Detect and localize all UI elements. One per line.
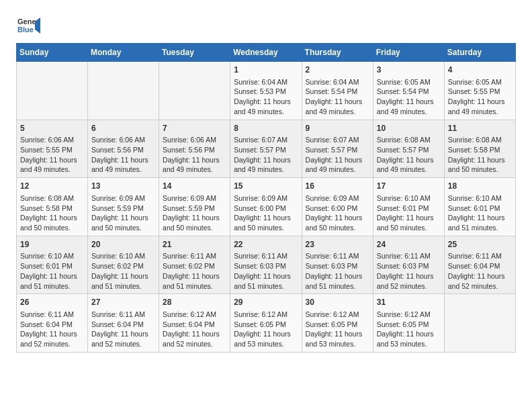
day-number: 25 bbox=[448, 239, 512, 250]
day-detail: Sunrise: 6:06 AM Sunset: 5:56 PM Dayligh… bbox=[91, 135, 155, 175]
day-detail: Sunrise: 6:12 AM Sunset: 6:05 PM Dayligh… bbox=[234, 310, 298, 349]
day-number: 31 bbox=[377, 297, 441, 308]
day-number: 5 bbox=[20, 123, 84, 134]
calendar-cell: 30Sunrise: 6:12 AM Sunset: 6:05 PM Dayli… bbox=[302, 294, 373, 353]
day-detail: Sunrise: 6:12 AM Sunset: 6:05 PM Dayligh… bbox=[377, 310, 441, 349]
day-number: 16 bbox=[306, 181, 369, 192]
day-number: 7 bbox=[163, 123, 226, 134]
day-detail: Sunrise: 6:05 AM Sunset: 5:54 PM Dayligh… bbox=[377, 77, 441, 117]
day-detail: Sunrise: 6:11 AM Sunset: 6:03 PM Dayligh… bbox=[377, 251, 441, 291]
logo: General Blue bbox=[16, 13, 40, 38]
calendar-cell bbox=[17, 62, 88, 120]
day-number: 26 bbox=[20, 297, 84, 308]
day-detail: Sunrise: 6:11 AM Sunset: 6:04 PM Dayligh… bbox=[20, 310, 84, 349]
calendar-cell: 12Sunrise: 6:08 AM Sunset: 5:58 PM Dayli… bbox=[17, 178, 88, 236]
day-detail: Sunrise: 6:11 AM Sunset: 6:04 PM Dayligh… bbox=[448, 251, 512, 291]
calendar-cell: 13Sunrise: 6:09 AM Sunset: 5:59 PM Dayli… bbox=[88, 178, 159, 236]
day-number: 17 bbox=[377, 181, 441, 192]
calendar-cell: 16Sunrise: 6:09 AM Sunset: 6:00 PM Dayli… bbox=[302, 178, 373, 236]
day-number: 22 bbox=[234, 239, 298, 250]
calendar-cell: 19Sunrise: 6:10 AM Sunset: 6:01 PM Dayli… bbox=[17, 236, 88, 294]
weekday-header-friday: Friday bbox=[373, 44, 444, 62]
day-number: 13 bbox=[91, 181, 155, 192]
calendar-cell: 2Sunrise: 6:04 AM Sunset: 5:54 PM Daylig… bbox=[302, 62, 373, 120]
calendar-cell: 6Sunrise: 6:06 AM Sunset: 5:56 PM Daylig… bbox=[88, 120, 159, 178]
page-header: General Blue bbox=[16, 13, 516, 38]
weekday-header-row: SundayMondayTuesdayWednesdayThursdayFrid… bbox=[17, 44, 516, 62]
day-number: 8 bbox=[234, 123, 298, 134]
calendar-cell: 21Sunrise: 6:11 AM Sunset: 6:02 PM Dayli… bbox=[159, 236, 230, 294]
week-row-4: 19Sunrise: 6:10 AM Sunset: 6:01 PM Dayli… bbox=[17, 236, 516, 294]
calendar-cell: 27Sunrise: 6:11 AM Sunset: 6:04 PM Dayli… bbox=[88, 294, 159, 353]
day-number: 2 bbox=[306, 64, 369, 76]
day-number: 18 bbox=[448, 181, 512, 192]
day-detail: Sunrise: 6:06 AM Sunset: 5:56 PM Dayligh… bbox=[163, 135, 226, 175]
day-number: 20 bbox=[91, 239, 155, 250]
calendar-cell: 3Sunrise: 6:05 AM Sunset: 5:54 PM Daylig… bbox=[373, 62, 444, 120]
day-detail: Sunrise: 6:09 AM Sunset: 6:00 PM Dayligh… bbox=[306, 193, 369, 233]
day-detail: Sunrise: 6:08 AM Sunset: 5:57 PM Dayligh… bbox=[377, 135, 441, 175]
day-detail: Sunrise: 6:10 AM Sunset: 6:01 PM Dayligh… bbox=[448, 193, 512, 233]
calendar-cell: 1Sunrise: 6:04 AM Sunset: 5:53 PM Daylig… bbox=[230, 62, 302, 120]
calendar-cell: 24Sunrise: 6:11 AM Sunset: 6:03 PM Dayli… bbox=[373, 236, 444, 294]
calendar-table: SundayMondayTuesdayWednesdayThursdayFrid… bbox=[16, 43, 516, 353]
weekday-header-sunday: Sunday bbox=[17, 44, 88, 62]
calendar-cell: 18Sunrise: 6:10 AM Sunset: 6:01 PM Dayli… bbox=[444, 178, 515, 236]
day-detail: Sunrise: 6:08 AM Sunset: 5:58 PM Dayligh… bbox=[20, 193, 84, 233]
weekday-header-saturday: Saturday bbox=[444, 44, 515, 62]
week-row-5: 26Sunrise: 6:11 AM Sunset: 6:04 PM Dayli… bbox=[17, 294, 516, 353]
calendar-cell: 17Sunrise: 6:10 AM Sunset: 6:01 PM Dayli… bbox=[373, 178, 444, 236]
day-detail: Sunrise: 6:05 AM Sunset: 5:55 PM Dayligh… bbox=[448, 77, 512, 117]
day-detail: Sunrise: 6:11 AM Sunset: 6:04 PM Dayligh… bbox=[91, 310, 155, 349]
calendar-cell: 22Sunrise: 6:11 AM Sunset: 6:03 PM Dayli… bbox=[230, 236, 302, 294]
calendar-cell: 25Sunrise: 6:11 AM Sunset: 6:04 PM Dayli… bbox=[444, 236, 515, 294]
day-detail: Sunrise: 6:12 AM Sunset: 6:05 PM Dayligh… bbox=[306, 310, 369, 349]
logo-icon: General Blue bbox=[16, 13, 40, 38]
calendar-cell: 28Sunrise: 6:12 AM Sunset: 6:04 PM Dayli… bbox=[159, 294, 230, 353]
weekday-header-wednesday: Wednesday bbox=[230, 44, 302, 62]
calendar-cell: 10Sunrise: 6:08 AM Sunset: 5:57 PM Dayli… bbox=[373, 120, 444, 178]
day-number: 9 bbox=[306, 123, 369, 134]
day-detail: Sunrise: 6:07 AM Sunset: 5:57 PM Dayligh… bbox=[234, 135, 298, 175]
day-number: 24 bbox=[377, 239, 441, 250]
calendar-cell: 5Sunrise: 6:06 AM Sunset: 5:55 PM Daylig… bbox=[17, 120, 88, 178]
day-number: 6 bbox=[91, 123, 155, 134]
day-detail: Sunrise: 6:10 AM Sunset: 6:01 PM Dayligh… bbox=[20, 251, 84, 291]
calendar-cell bbox=[159, 62, 230, 120]
calendar-cell: 11Sunrise: 6:08 AM Sunset: 5:58 PM Dayli… bbox=[444, 120, 515, 178]
calendar-cell: 7Sunrise: 6:06 AM Sunset: 5:56 PM Daylig… bbox=[159, 120, 230, 178]
day-detail: Sunrise: 6:10 AM Sunset: 6:02 PM Dayligh… bbox=[91, 251, 155, 291]
day-detail: Sunrise: 6:04 AM Sunset: 5:53 PM Dayligh… bbox=[234, 77, 298, 117]
day-number: 10 bbox=[377, 123, 441, 134]
calendar-cell: 23Sunrise: 6:11 AM Sunset: 6:03 PM Dayli… bbox=[302, 236, 373, 294]
calendar-cell: 4Sunrise: 6:05 AM Sunset: 5:55 PM Daylig… bbox=[444, 62, 515, 120]
svg-text:Blue: Blue bbox=[17, 26, 34, 34]
calendar-cell: 20Sunrise: 6:10 AM Sunset: 6:02 PM Dayli… bbox=[88, 236, 159, 294]
day-detail: Sunrise: 6:10 AM Sunset: 6:01 PM Dayligh… bbox=[377, 193, 441, 233]
day-number: 14 bbox=[163, 181, 226, 192]
calendar-cell: 8Sunrise: 6:07 AM Sunset: 5:57 PM Daylig… bbox=[230, 120, 302, 178]
calendar-cell: 26Sunrise: 6:11 AM Sunset: 6:04 PM Dayli… bbox=[17, 294, 88, 353]
day-detail: Sunrise: 6:11 AM Sunset: 6:03 PM Dayligh… bbox=[234, 251, 298, 291]
calendar-cell: 31Sunrise: 6:12 AM Sunset: 6:05 PM Dayli… bbox=[373, 294, 444, 353]
weekday-header-tuesday: Tuesday bbox=[159, 44, 230, 62]
day-number: 19 bbox=[20, 239, 84, 250]
calendar-cell: 14Sunrise: 6:09 AM Sunset: 5:59 PM Dayli… bbox=[159, 178, 230, 236]
day-number: 3 bbox=[377, 64, 441, 76]
day-number: 1 bbox=[234, 64, 298, 76]
week-row-1: 1Sunrise: 6:04 AM Sunset: 5:53 PM Daylig… bbox=[17, 62, 516, 120]
calendar-cell: 9Sunrise: 6:07 AM Sunset: 5:57 PM Daylig… bbox=[302, 120, 373, 178]
day-detail: Sunrise: 6:09 AM Sunset: 5:59 PM Dayligh… bbox=[91, 193, 155, 233]
day-detail: Sunrise: 6:06 AM Sunset: 5:55 PM Dayligh… bbox=[20, 135, 84, 175]
day-detail: Sunrise: 6:09 AM Sunset: 5:59 PM Dayligh… bbox=[163, 193, 226, 233]
calendar-cell: 15Sunrise: 6:09 AM Sunset: 6:00 PM Dayli… bbox=[230, 178, 302, 236]
day-detail: Sunrise: 6:08 AM Sunset: 5:58 PM Dayligh… bbox=[448, 135, 512, 175]
day-number: 15 bbox=[234, 181, 298, 192]
day-detail: Sunrise: 6:12 AM Sunset: 6:04 PM Dayligh… bbox=[163, 310, 226, 349]
day-number: 23 bbox=[306, 239, 369, 250]
weekday-header-monday: Monday bbox=[88, 44, 159, 62]
day-number: 21 bbox=[163, 239, 226, 250]
day-number: 27 bbox=[91, 297, 155, 308]
day-detail: Sunrise: 6:11 AM Sunset: 6:03 PM Dayligh… bbox=[306, 251, 369, 291]
day-detail: Sunrise: 6:09 AM Sunset: 6:00 PM Dayligh… bbox=[234, 193, 298, 233]
